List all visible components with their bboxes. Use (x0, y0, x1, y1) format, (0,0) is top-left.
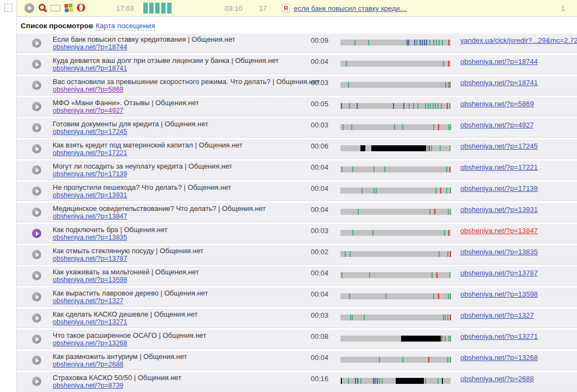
page-title: Как взять кредит под материнский капитал… (53, 141, 243, 149)
row-play-button[interactable] (32, 165, 41, 175)
referrer-link[interactable]: obsheniya.net/?p=13847 (460, 227, 538, 235)
opera-browser-icon: O (77, 2, 86, 14)
page-url-link[interactable]: obsheniya.net/?p=13598 (53, 276, 127, 284)
referrer-link[interactable]: obsheniya.net/?p=13271 (460, 332, 538, 340)
row-play-button[interactable] (32, 335, 41, 344)
referrer-link[interactable]: obsheniya.net/?p=5869 (460, 100, 534, 108)
page-url-link[interactable]: obsheniya.net/?p=17139 (53, 170, 127, 178)
timeline-tick (422, 40, 423, 46)
session-referrer-link[interactable]: если банк повысил ставку креди… (294, 4, 407, 12)
row-play-button[interactable] (32, 38, 41, 48)
page-url-link[interactable]: obsheniya.net/?p=8739 (53, 382, 123, 389)
timeline-tick (435, 103, 436, 109)
referrer-link[interactable]: obsheniya.net/?p=13931 (460, 205, 538, 214)
timeline-bar[interactable] (340, 272, 451, 278)
timeline-bar[interactable] (340, 145, 451, 151)
timeline-tick (432, 272, 433, 278)
page-url-link[interactable]: obsheniya.net/?p=17245 (53, 128, 127, 136)
referrer-link[interactable]: obsheniya.net/?p=4927 (460, 121, 534, 129)
referrer-link[interactable]: obsheniya.net/?p=17139 (460, 184, 538, 192)
timeline-bar[interactable] (340, 82, 451, 88)
row-play-button[interactable] (32, 187, 41, 196)
timeline-bar[interactable] (340, 103, 451, 109)
timeline-bar[interactable] (340, 61, 451, 67)
row-play-button[interactable] (32, 102, 41, 111)
row-play-button[interactable] (32, 60, 41, 69)
referrer-link[interactable]: obsheniya.net/?p=18744 (460, 57, 538, 66)
tab-views-list[interactable]: Список просмотров (21, 22, 93, 30)
view-duration: 00:09 (267, 36, 328, 44)
row-play-button[interactable] (32, 229, 41, 238)
row-play-button[interactable] (32, 271, 41, 280)
timeline-tick (443, 61, 444, 67)
referrer-link[interactable]: obsheniya.net/?p=2688 (460, 375, 534, 383)
row-play-button[interactable] (32, 377, 41, 386)
timeline-bar[interactable] (340, 378, 451, 384)
timeline-bar[interactable] (340, 124, 451, 130)
referrer-link[interactable]: obsheniya.net/?p=13835 (460, 248, 538, 256)
row-play-button[interactable] (32, 208, 41, 217)
referrer-link[interactable]: obsheniya.net/?p=13268 (460, 354, 538, 362)
timeline-tick (448, 293, 449, 299)
page-url-link[interactable]: obsheniya.net/?p=4927 (53, 107, 123, 114)
timeline-tick (408, 40, 409, 46)
row-play-button[interactable] (32, 144, 41, 153)
timeline-bar[interactable] (340, 209, 451, 215)
timeline-tick (449, 145, 451, 151)
row-play-button[interactable] (32, 292, 41, 301)
page-url-link[interactable]: obsheniya.net/?p=1327 (53, 297, 123, 305)
timeline-bar[interactable] (340, 166, 451, 172)
page-url-link[interactable]: obsheniya.net/?p=18744 (53, 43, 127, 51)
play-icon (36, 232, 39, 236)
row-play-button[interactable] (32, 250, 41, 259)
page-url-link[interactable]: obsheniya.net/?p=17221 (53, 149, 127, 157)
row-play-button[interactable] (32, 313, 41, 323)
row-play-button[interactable] (32, 81, 41, 90)
referrer-link[interactable]: obsheniya.net/?p=17245 (460, 142, 538, 150)
timeline-tick (414, 40, 415, 46)
timeline-tick (448, 209, 449, 215)
timeline-bar[interactable] (340, 357, 451, 363)
referrer-link[interactable]: obsheniya.net/?p=1327 (460, 311, 534, 319)
referrer-link[interactable]: obsheniya.net/?p=17221 (460, 163, 538, 171)
panel-drag-handle-icon[interactable] (4, 4, 12, 12)
timeline-bar[interactable] (340, 314, 451, 320)
view-row: Не пропустили пешехода? Что делать? | Об… (17, 182, 577, 201)
page-url-link[interactable]: obsheniya.net/?p=5869 (53, 86, 123, 93)
page-title: Как отмыть стеклянную посуду | Общения.н… (53, 247, 204, 255)
timeline-tick (364, 314, 365, 320)
timeline-bar[interactable] (340, 336, 451, 342)
page-url-link[interactable]: obsheniya.net/?p=13931 (53, 191, 127, 199)
timeline-bar[interactable] (340, 230, 451, 236)
referrer-link[interactable]: yandex.ua/clck/jsredir?...29&mc=2.7219 (460, 36, 577, 44)
timeline-tick (425, 378, 426, 384)
view-row: Как вырастить лавровое дерево | Общения.… (17, 287, 577, 307)
timeline-bar[interactable] (340, 188, 451, 194)
session-play-button[interactable] (24, 3, 34, 13)
referrer-link[interactable]: obsheniya.net/?p=18741 (460, 79, 538, 87)
page-title: Как вырастить лавровое дерево | Общения.… (53, 289, 208, 297)
page-url-link[interactable]: obsheniya.net/?p=13847 (53, 213, 127, 220)
timeline-bar[interactable] (340, 251, 451, 257)
page-url-link[interactable]: obsheniya.net/?p=13268 (53, 339, 127, 347)
page-title: Могут ли посадить за неуплату кредита | … (53, 162, 232, 170)
timeline-tick (376, 188, 377, 194)
page-url-link[interactable]: obsheniya.net/?p=13787 (53, 255, 127, 262)
timeline-tick (393, 103, 394, 109)
timeline-tick (441, 336, 442, 342)
page-url-link[interactable]: obsheniya.net/?p=18741 (53, 65, 127, 72)
timeline-bar[interactable] (340, 293, 451, 299)
tab-visit-map[interactable]: Карта посещения (96, 22, 155, 30)
page-title: Как подключить бра | Общения.нет (53, 226, 168, 234)
referrer-link[interactable]: obsheniya.net/?p=13598 (460, 290, 538, 298)
timeline-tick (433, 124, 434, 130)
row-play-button[interactable] (32, 356, 41, 365)
page-url-link[interactable]: obsheniya.net/?p=2688 (53, 361, 123, 368)
referrer-link[interactable]: obsheniya.net/?p=13787 (460, 269, 538, 277)
row-play-button[interactable] (32, 123, 41, 132)
page-url-link[interactable]: obsheniya.net/?p=13271 (53, 318, 127, 326)
page-url-link[interactable]: obsheniya.net/?p=13835 (53, 234, 127, 241)
timeline-bar[interactable] (340, 40, 451, 46)
timeline-tick (341, 378, 342, 384)
magnifier-icon[interactable] (39, 4, 46, 11)
